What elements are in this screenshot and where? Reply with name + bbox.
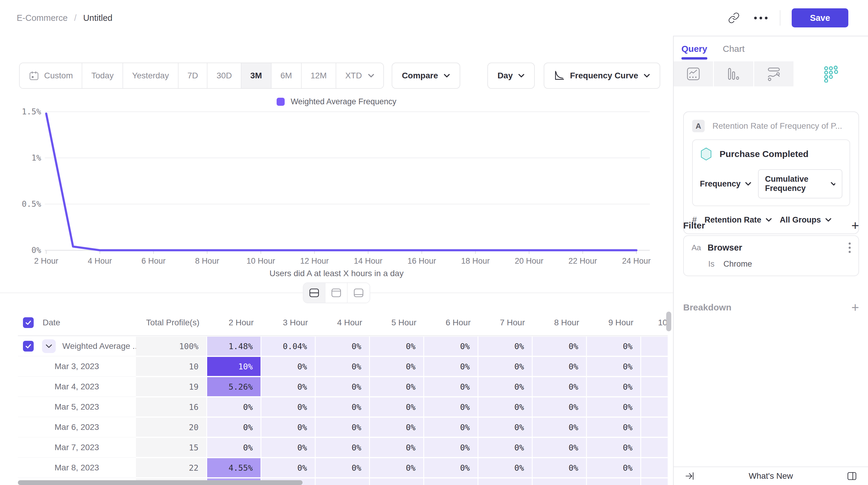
chart-type-flow[interactable] [754, 61, 795, 87]
retention-cell: 0% [261, 458, 315, 477]
column-header-date[interactable]: Date [42, 318, 60, 327]
retention-cell: 0% [641, 458, 668, 477]
chart-view-dropdown[interactable]: Frequency Curve [544, 63, 660, 89]
row-label[interactable]: Mar 7, 2023 [55, 443, 99, 452]
retention-cell: 1.48% [207, 337, 260, 356]
total-profiles-cell: 15 [136, 438, 206, 457]
range-xtd[interactable]: XTD [336, 63, 383, 88]
y-axis-tick-label: 0.5% [22, 199, 41, 208]
range-custom[interactable]: Custom [20, 63, 82, 88]
breadcrumb-project[interactable]: E-Commerce [17, 13, 68, 23]
x-axis-tick-label: 12 Hour [300, 257, 329, 265]
layout-bottom-panel-view-button[interactable] [347, 283, 370, 303]
copy-link-button[interactable] [726, 10, 742, 26]
chart-type-line[interactable] [674, 61, 714, 87]
chart-type-frequency[interactable] [795, 61, 868, 87]
column-header-total[interactable]: Total Profile(s) [136, 318, 207, 327]
tab-query[interactable]: Query [681, 36, 707, 61]
retention-cell: 0% [478, 458, 532, 477]
collapse-panel-button[interactable] [682, 468, 698, 484]
retention-cell: 0% [316, 458, 369, 477]
calendar-icon [29, 70, 39, 81]
table-row: Mar 8, 2023224.55%0%0%0%0%0%0%0%0% [18, 458, 668, 478]
range-yesterday[interactable]: Yesterday [123, 63, 179, 88]
range-today[interactable]: Today [82, 63, 123, 88]
series-title[interactable]: Retention Rate of Frequency of P... [712, 121, 842, 131]
column-header-hour[interactable]: 8 Hour [533, 318, 587, 327]
breakdown-table: DateTotal Profile(s)2 Hour3 Hour4 Hour5 … [0, 310, 673, 485]
retention-cell: 0% [478, 418, 532, 437]
retention-cell: 0% [478, 438, 532, 457]
retention-cell: 0% [424, 337, 477, 356]
column-header-hour[interactable]: 7 Hour [478, 318, 533, 327]
chart-type-bar[interactable] [714, 61, 754, 87]
frequency-dropdown[interactable]: Frequency [700, 179, 751, 189]
filter-options-icon[interactable] [848, 243, 851, 253]
frequency-type-dropdown[interactable]: Cumulative Frequency [758, 169, 842, 198]
frequency-curve-chart[interactable]: 0%0.5%1%1.5%2 Hour4 Hour6 Hour8 Hour10 H… [0, 95, 673, 274]
whats-new-link[interactable]: What's New [749, 471, 793, 481]
x-axis-tick-label: 8 Hour [195, 257, 219, 265]
retention-cell: 0% [533, 337, 586, 356]
column-header-hour[interactable]: 2 Hour [207, 318, 261, 327]
table-row: Mar 6, 2023200%0%0%0%0%0%0%0%0% [18, 417, 668, 437]
filter-property[interactable]: Browser [708, 243, 842, 253]
column-header-hour[interactable]: 6 Hour [424, 318, 478, 327]
row-label[interactable]: Mar 3, 2023 [55, 362, 99, 371]
layout-top-panel-view-button[interactable] [326, 283, 347, 303]
retention-cell: 0% [587, 397, 640, 417]
event-name[interactable]: Purchase Completed [719, 149, 808, 159]
granularity-dropdown[interactable]: Day [487, 63, 535, 89]
column-header-hour[interactable]: 4 Hour [316, 318, 370, 327]
x-axis-tick-label: 18 Hour [461, 257, 490, 265]
filter-operator[interactable]: Is [708, 259, 714, 269]
table-vertical-scrollbar[interactable] [666, 312, 671, 331]
chart-type-strip [674, 61, 868, 87]
column-header-hour[interactable]: 5 Hour [370, 318, 424, 327]
retention-cell: 0% [424, 397, 477, 417]
event-card[interactable]: Purchase Completed Frequency Cumulative … [692, 139, 850, 206]
range-30d[interactable]: 30D [208, 63, 241, 88]
range-3m[interactable]: 3M [242, 63, 272, 88]
column-header-hour[interactable]: 3 Hour [261, 318, 316, 327]
retention-cell [316, 479, 369, 485]
range-12m[interactable]: 12M [302, 63, 336, 88]
row-checkbox[interactable] [23, 341, 34, 352]
topbar-divider [780, 10, 780, 26]
save-button[interactable]: Save [792, 8, 848, 27]
filter-card[interactable]: Aa Browser Is Chrome [683, 235, 859, 276]
row-label[interactable]: Weighted Average ... [62, 342, 136, 351]
range-6m[interactable]: 6M [272, 63, 302, 88]
column-header-hour[interactable]: 10 Hour [641, 318, 668, 327]
row-label[interactable]: Mar 8, 2023 [55, 463, 99, 473]
top-panel-view-icon [331, 287, 342, 298]
x-axis-tick-label: 6 Hour [141, 257, 165, 265]
retention-cell: 0% [533, 397, 586, 417]
filter-value[interactable]: Chrome [723, 259, 752, 269]
x-axis-tick-label: 2 Hour [34, 257, 58, 265]
add-breakdown-button[interactable]: + [851, 301, 859, 314]
total-profiles-cell: 16 [136, 397, 206, 417]
row-label[interactable]: Mar 4, 2023 [55, 382, 99, 391]
column-header-hour[interactable]: 9 Hour [587, 318, 641, 327]
layout-split-view-button[interactable] [304, 283, 326, 303]
retention-cell: 0% [533, 377, 586, 396]
table-horizontal-scrollbar[interactable] [18, 480, 303, 485]
split-panel-button[interactable] [844, 468, 860, 484]
row-expander[interactable] [42, 339, 56, 353]
row-label[interactable]: Mar 5, 2023 [55, 402, 99, 412]
more-menu-button[interactable] [753, 10, 769, 26]
compare-button[interactable]: Compare [392, 63, 460, 89]
breakdown-title: Breakdown [683, 302, 732, 313]
x-axis-tick-label: 4 Hour [88, 257, 112, 265]
retention-cell: 0% [424, 357, 477, 376]
retention-cell [424, 479, 477, 485]
range-7d[interactable]: 7D [179, 63, 208, 88]
breadcrumb-report-title[interactable]: Untitled [83, 13, 113, 23]
select-all-checkbox[interactable] [23, 317, 34, 328]
retention-cell: 0% [587, 418, 640, 437]
bar-chart-icon [726, 67, 741, 81]
add-filter-button[interactable]: + [851, 219, 859, 232]
row-label[interactable]: Mar 6, 2023 [55, 422, 99, 432]
tab-chart[interactable]: Chart [723, 36, 745, 61]
